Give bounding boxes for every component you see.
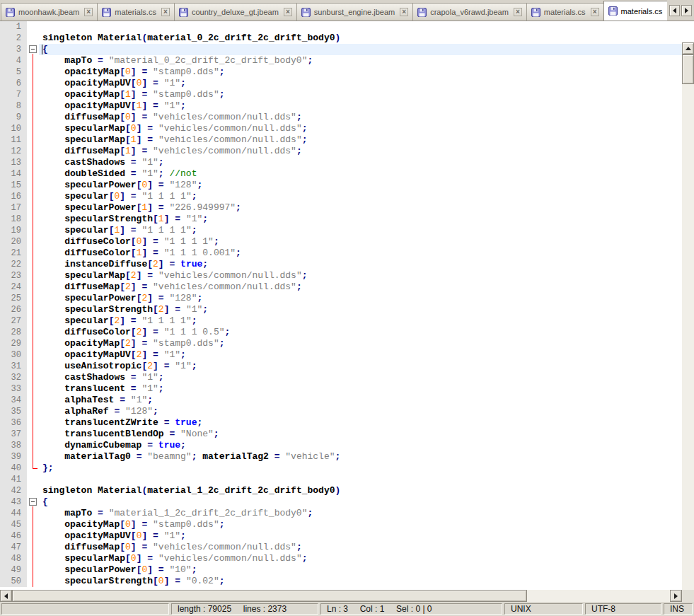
line-number: 50: [0, 576, 27, 587]
code-line-21[interactable]: 21 diffuseColor[1] = "1 1 1 0.001";: [0, 248, 682, 259]
tab-4-sunburst_engine.jbeam[interactable]: sunburst_engine.jbeam×: [296, 3, 413, 21]
fold-margin: [27, 395, 39, 406]
tab-close-icon[interactable]: ×: [591, 8, 599, 16]
code-line-49[interactable]: 49 specularPower[0] = "10";: [0, 564, 682, 576]
tab-close-icon[interactable]: ×: [84, 8, 93, 16]
tab-7-materials.cs[interactable]: materials.cs×: [603, 1, 667, 21]
scroll-right-button[interactable]: [670, 590, 682, 602]
code-line-20[interactable]: 20 diffuseColor[0] = "1 1 1 1";: [0, 236, 682, 248]
code-line-11[interactable]: 11 specularMap[1] = "vehicles/common/nul…: [0, 134, 682, 146]
code-line-37[interactable]: 37 translucentBlendOp = "None";: [0, 429, 682, 440]
fold-guide-line: [33, 304, 33, 315]
tab-1-moonhawk.jbeam[interactable]: moonhawk.jbeam×: [1, 3, 98, 21]
code-line-26[interactable]: 26 specularStrength[2] = "1";: [0, 304, 682, 315]
tab-close-icon[interactable]: ×: [514, 8, 522, 16]
line-number: 26: [0, 304, 27, 315]
code-line-10[interactable]: 10 specularMap[0] = "vehicles/common/nul…: [0, 123, 682, 134]
code-line-2[interactable]: 2singleton Material(material_0_2c_drift_…: [0, 33, 682, 44]
tab-5-crapola_v6rawd.jbeam[interactable]: crapola_v6rawd.jbeam×: [412, 3, 527, 21]
tab-close-icon[interactable]: ×: [161, 8, 170, 16]
code-line-32[interactable]: 32 castShadows = "1";: [0, 372, 682, 383]
code-line-35[interactable]: 35 alphaRef = "128";: [0, 406, 682, 417]
code-line-22[interactable]: 22 instanceDiffuse[2] = true;: [0, 259, 682, 270]
code-text: instanceDiffuse[2] = true;: [39, 259, 682, 270]
tab-label: materials.cs: [543, 8, 586, 16]
code-line-28[interactable]: 28 diffuseColor[2] = "1 1 1 0.5";: [0, 327, 682, 338]
code-line-27[interactable]: 27 specular[2] = "1 1 1 1";: [0, 315, 682, 327]
fold-margin: [27, 440, 39, 451]
scroll-up-button[interactable]: [682, 42, 694, 54]
code-line-13[interactable]: 13 castShadows = "1";: [0, 157, 682, 168]
code-line-41[interactable]: 41: [0, 474, 682, 485]
status-encoding[interactable]: UTF-8: [585, 603, 661, 615]
fold-margin: [27, 202, 39, 214]
code-text: alphaTest = "1";: [39, 395, 682, 406]
fold-margin[interactable]: [27, 496, 39, 508]
fold-margin: [27, 508, 39, 519]
fold-collapse-icon[interactable]: [29, 45, 37, 53]
horizontal-scrollbar[interactable]: [0, 590, 682, 602]
tab-close-icon[interactable]: ×: [284, 8, 292, 16]
tab-6-materials.cs[interactable]: materials.cs×: [526, 3, 604, 21]
code-line-8[interactable]: 8 opacityMapUV[1] = "1";: [0, 100, 682, 112]
code-line-33[interactable]: 33 translucent = "1";: [0, 383, 682, 395]
fold-margin[interactable]: [27, 44, 39, 55]
vertical-scrollbar[interactable]: [682, 42, 694, 611]
code-line-30[interactable]: 30 opacityMapUV[2] = "1";: [0, 349, 682, 361]
fold-margin: [27, 327, 39, 338]
code-line-16[interactable]: 16 specular[0] = "1 1 1 1";: [0, 191, 682, 202]
code-line-14[interactable]: 14 doubleSided = "1"; //not: [0, 168, 682, 180]
code-line-19[interactable]: 19 specular[1] = "1 1 1 1";: [0, 225, 682, 236]
vertical-scroll-thumb[interactable]: [682, 54, 694, 84]
line-number: 21: [0, 248, 27, 259]
code-line-47[interactable]: 47 diffuseMap[0] = "vehicles/common/null…: [0, 542, 682, 553]
code-line-18[interactable]: 18 specularStrength[1] = "1";: [0, 214, 682, 225]
tab-bar: moonhawk.jbeam×materials.cs×country_delu…: [0, 0, 694, 21]
code-text: specularMap[0] = "vehicles/common/null.d…: [39, 123, 682, 134]
status-eol-format[interactable]: UNIX: [504, 603, 583, 615]
tab-scroll-left-button[interactable]: [669, 5, 680, 16]
scroll-left-button[interactable]: [0, 590, 12, 602]
code-line-36[interactable]: 36 translucentZWrite = true;: [0, 417, 682, 429]
code-line-25[interactable]: 25 specularPower[2] = "128";: [0, 293, 682, 304]
code-line-40[interactable]: 40};: [0, 463, 682, 474]
code-line-46[interactable]: 46 opacityMapUV[0] = "1";: [0, 530, 682, 542]
fold-collapse-icon[interactable]: [29, 498, 37, 506]
code-line-45[interactable]: 45 opacityMap[0] = "stamp0.dds";: [0, 519, 682, 530]
status-insert-mode[interactable]: INS: [664, 603, 693, 615]
editor-pane[interactable]: 12singleton Material(material_0_2c_drift…: [0, 21, 694, 590]
tab-3-country_deluxe_gt.jbeam[interactable]: country_deluxe_gt.jbeam×: [174, 3, 297, 21]
fold-margin: [27, 180, 39, 191]
code-line-50[interactable]: 50 specularStrength[0] = "0.02";: [0, 576, 682, 587]
code-line-9[interactable]: 9 diffuseMap[0] = "vehicles/common/null.…: [0, 112, 682, 123]
tab-scroll-right-button[interactable]: [681, 5, 692, 16]
line-number: 32: [0, 372, 27, 383]
code-line-15[interactable]: 15 specularPower[0] = "128";: [0, 180, 682, 191]
code-line-44[interactable]: 44 mapTo = "material_1_2c_drift_2c_drift…: [0, 508, 682, 519]
code-line-23[interactable]: 23 specularMap[2] = "vehicles/common/nul…: [0, 270, 682, 281]
code-line-3[interactable]: 3{: [0, 44, 682, 55]
line-number: 35: [0, 406, 27, 417]
code-line-17[interactable]: 17 specularPower[1] = "226.949997";: [0, 202, 682, 214]
code-line-7[interactable]: 7 opacityMap[1] = "stamp0.dds";: [0, 89, 682, 100]
code-line-12[interactable]: 12 diffuseMap[1] = "vehicles/common/null…: [0, 146, 682, 157]
code-line-34[interactable]: 34 alphaTest = "1";: [0, 395, 682, 406]
code-line-39[interactable]: 39 materialTag0 = "beamng"; materialTag2…: [0, 451, 682, 463]
horizontal-scroll-thumb[interactable]: [12, 590, 527, 602]
code-line-6[interactable]: 6 opacityMapUV[0] = "1";: [0, 78, 682, 89]
line-number: 38: [0, 440, 27, 451]
code-line-4[interactable]: 4 mapTo = "material_0_2c_drift_2c_drift_…: [0, 55, 682, 66]
code-line-29[interactable]: 29 opacityMap[2] = "stamp0.dds";: [0, 338, 682, 349]
tab-close-icon[interactable]: ×: [400, 8, 408, 16]
code-line-5[interactable]: 5 opacityMap[0] = "stamp0.dds";: [0, 66, 682, 78]
fold-margin: [27, 168, 39, 180]
code-line-38[interactable]: 38 dynamicCubemap = true;: [0, 440, 682, 451]
tab-2-materials.cs[interactable]: materials.cs×: [97, 3, 175, 21]
code-line-43[interactable]: 43{: [0, 496, 682, 508]
code-line-48[interactable]: 48 specularMap[0] = "vehicles/common/nul…: [0, 553, 682, 564]
code-line-1[interactable]: 1: [0, 21, 682, 33]
code-line-42[interactable]: 42singleton Material(material_1_2c_drift…: [0, 485, 682, 496]
code-line-24[interactable]: 24 diffuseMap[2] = "vehicles/common/null…: [0, 281, 682, 293]
code-line-31[interactable]: 31 useAnisotropic[2] = "1";: [0, 361, 682, 372]
fold-guide-line: [33, 168, 33, 180]
